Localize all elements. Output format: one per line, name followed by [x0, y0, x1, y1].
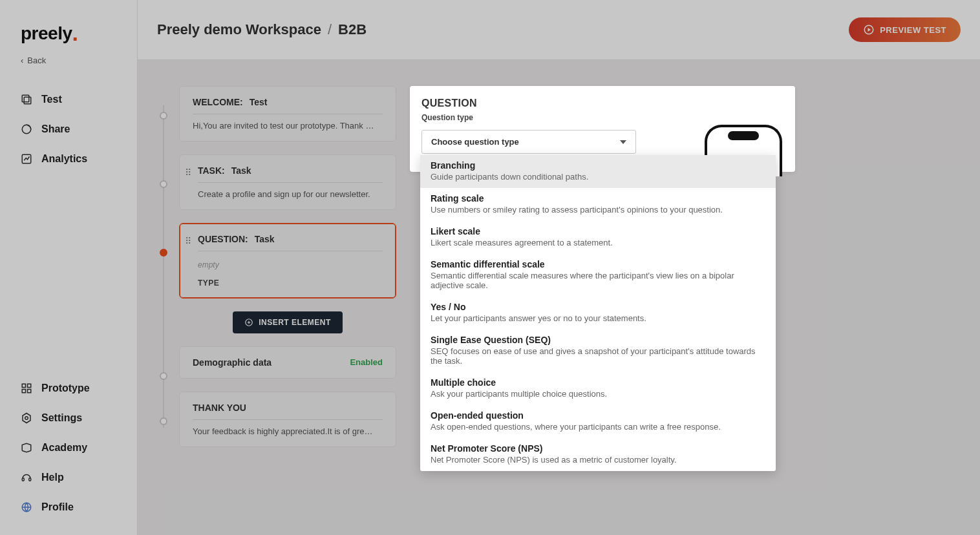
dropdown-option-title: Single Ease Question (SEQ) [431, 335, 765, 345]
sidebar: preely. ‹ Back Test Share Analytics Prot… [0, 0, 138, 535]
breadcrumb-workspace[interactable]: Preely demo Workspace [157, 21, 321, 38]
dropdown-option[interactable]: Open-ended questionAsk open-ended questi… [420, 405, 776, 438]
step-dot [160, 372, 167, 380]
sidebar-item-label: Prototype [41, 383, 90, 394]
card-label: Demographic data [193, 357, 272, 368]
svg-point-9 [25, 417, 28, 420]
step-demographic[interactable]: Demographic data Enabled [179, 346, 396, 379]
dropdown-option-desc: Semantic differential scale measures whe… [431, 271, 765, 290]
sidebar-item-profile[interactable]: Profile [0, 492, 137, 522]
card-desc: Create a profile and sign up for our new… [198, 189, 383, 199]
sidebar-item-label: Share [41, 123, 70, 135]
card-title: Task [255, 234, 275, 244]
svg-rect-5 [28, 384, 31, 387]
help-icon [21, 472, 32, 483]
step-dot [160, 180, 167, 188]
chevron-left-icon: ‹ [21, 56, 23, 65]
dropdown-option[interactable]: Likert scaleLikert scale measures agreem… [420, 221, 776, 254]
settings-icon [21, 412, 32, 424]
step-dot [160, 417, 167, 425]
dropdown-option-desc: Guide participants down conditional path… [431, 172, 765, 182]
sidebar-item-help[interactable]: Help [0, 463, 137, 492]
nav-top: Test Share Analytics [0, 78, 137, 180]
logo-dot-icon: . [72, 21, 78, 45]
nav-bottom: Prototype Settings Academy Help Profile [0, 367, 137, 529]
dropdown-option[interactable]: Multiple choiceAsk your participants mul… [420, 372, 776, 405]
profile-icon [21, 501, 32, 513]
drag-handle-icon[interactable]: ⠿ [185, 236, 191, 246]
svg-rect-10 [22, 478, 24, 481]
dropdown-option[interactable]: Semantic differential scaleSemantic diff… [420, 254, 776, 297]
panel-title: QUESTION [421, 98, 783, 113]
dropdown-option-title: Multiple choice [431, 377, 765, 388]
card-label: TASK: [198, 165, 225, 176]
sidebar-item-share[interactable]: Share [0, 114, 137, 144]
dropdown-option-title: Rating scale [431, 193, 765, 204]
test-icon [21, 94, 32, 105]
card-desc: Your feedback is highly appreciated.It i… [193, 426, 383, 436]
step-thankyou[interactable]: THANK YOU Your feedback is highly apprec… [179, 392, 396, 447]
dropdown-option-title: Net Promoter Score (NPS) [431, 443, 765, 454]
dropdown-option[interactable]: Single Ease Question (SEQ)SEQ focuses on… [420, 330, 776, 372]
sidebar-item-label: Profile [41, 501, 74, 513]
timeline: WELCOME: Test Hi,You are invited to test… [157, 86, 396, 447]
preview-label: PREVIEW TEST [880, 25, 946, 35]
svg-rect-4 [22, 384, 25, 387]
insert-row: INSERT ELEMENT [179, 311, 396, 333]
dropdown-option-title: Branching [431, 160, 765, 171]
step-question[interactable]: ⠿ QUESTION: Task empty TYPE [179, 223, 396, 299]
play-circle-icon [863, 24, 875, 36]
dropdown-option-desc: Likert scale measures agreement to a sta… [431, 238, 765, 247]
dropdown-option-title: Likert scale [431, 226, 765, 236]
drag-handle-icon[interactable]: ⠿ [185, 167, 191, 178]
dropdown-option-title: Semantic differential scale [431, 259, 765, 269]
sidebar-item-test[interactable]: Test [0, 85, 137, 114]
card-title: Task [231, 165, 251, 176]
dropdown-option[interactable]: Yes / NoLet your participants answer yes… [420, 297, 776, 330]
analytics-icon [21, 153, 32, 165]
sidebar-item-label: Academy [41, 442, 87, 454]
step-welcome[interactable]: WELCOME: Test Hi,You are invited to test… [179, 86, 396, 142]
card-empty: empty [198, 258, 383, 276]
sidebar-item-settings[interactable]: Settings [0, 403, 137, 433]
select-placeholder: Choose question type [431, 137, 519, 147]
dropdown-option-desc: Ask open-ended questions, where your par… [431, 422, 765, 432]
sidebar-item-label: Analytics [41, 153, 87, 165]
question-type-select[interactable]: Choose question type [421, 130, 636, 154]
dropdown-option[interactable]: Rating scaleUse numbers or smiley rating… [420, 188, 776, 221]
dropdown-option[interactable]: BranchingGuide participants down conditi… [420, 155, 776, 188]
back-link[interactable]: ‹ Back [0, 49, 137, 78]
breadcrumb: Preely demo Workspace / B2B [157, 21, 367, 38]
dropdown-option-desc: Let your participants answer yes or no t… [431, 313, 765, 323]
dropdown-option-desc: Use numbers or smiley rating to assess p… [431, 205, 765, 215]
dropdown-option-title: Open-ended question [431, 410, 765, 421]
svg-rect-7 [28, 390, 31, 393]
dropdown-option-title: Yes / No [431, 302, 765, 312]
sidebar-item-label: Help [41, 472, 64, 483]
logo[interactable]: preely. [21, 23, 78, 44]
caret-down-icon [620, 140, 626, 144]
plus-circle-icon [244, 318, 253, 327]
breadcrumb-project[interactable]: B2B [338, 21, 367, 38]
sidebar-item-label: Test [41, 94, 62, 105]
sidebar-item-academy[interactable]: Academy [0, 433, 137, 463]
dropdown-option-desc: Ask your participants multiple choice qu… [431, 389, 765, 399]
svg-rect-1 [24, 97, 31, 104]
insert-element-button[interactable]: INSERT ELEMENT [233, 311, 343, 333]
academy-icon [21, 442, 32, 454]
step-task[interactable]: ⠿ TASK: Task Create a profile and sign u… [179, 154, 396, 210]
dropdown-option-desc: SEQ focuses on ease of use and gives a s… [431, 346, 765, 366]
svg-rect-0 [22, 95, 29, 102]
sidebar-item-prototype[interactable]: Prototype [0, 373, 137, 403]
insert-label: INSERT ELEMENT [259, 318, 331, 327]
sidebar-item-label: Settings [41, 412, 82, 424]
svg-marker-8 [23, 414, 30, 423]
step-dot [160, 112, 167, 120]
phone-notch-icon [728, 131, 759, 140]
card-label: QUESTION: [198, 234, 248, 244]
sidebar-item-analytics[interactable]: Analytics [0, 144, 137, 174]
dropdown-option[interactable]: Net Promoter Score (NPS)Net Promoter Sco… [420, 438, 776, 471]
card-label: THANK YOU [193, 403, 246, 413]
preview-test-button[interactable]: PREVIEW TEST [849, 17, 961, 42]
dropdown-option-desc: Net Promoter Score (NPS) is used as a me… [431, 455, 765, 465]
